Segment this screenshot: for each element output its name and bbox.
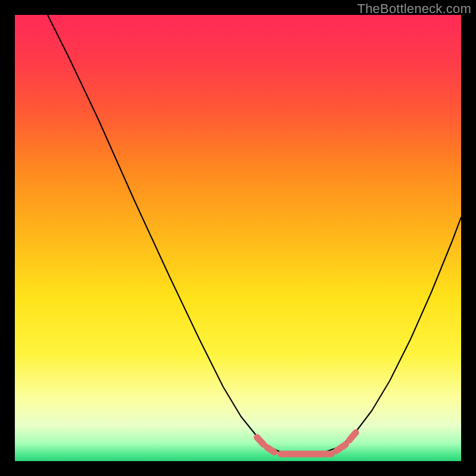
- watermark-text: TheBottleneck.com: [357, 1, 471, 17]
- svg-line-1: [257, 437, 264, 444]
- bottleneck-curve: [48, 15, 461, 455]
- svg-line-4: [336, 444, 346, 451]
- svg-line-5: [349, 433, 356, 440]
- plot-area: [15, 15, 461, 461]
- svg-line-2: [267, 447, 274, 452]
- outer-frame: TheBottleneck.com: [0, 0, 476, 476]
- chart-svg: [15, 15, 461, 461]
- valley-highlight: [257, 433, 356, 454]
